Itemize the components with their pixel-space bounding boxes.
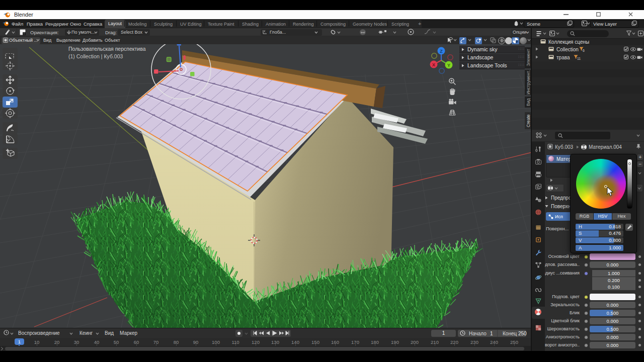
svg-text:X: X (432, 62, 435, 67)
svg-text:Y: Y (447, 63, 450, 68)
svg-text:Z: Z (440, 49, 443, 54)
